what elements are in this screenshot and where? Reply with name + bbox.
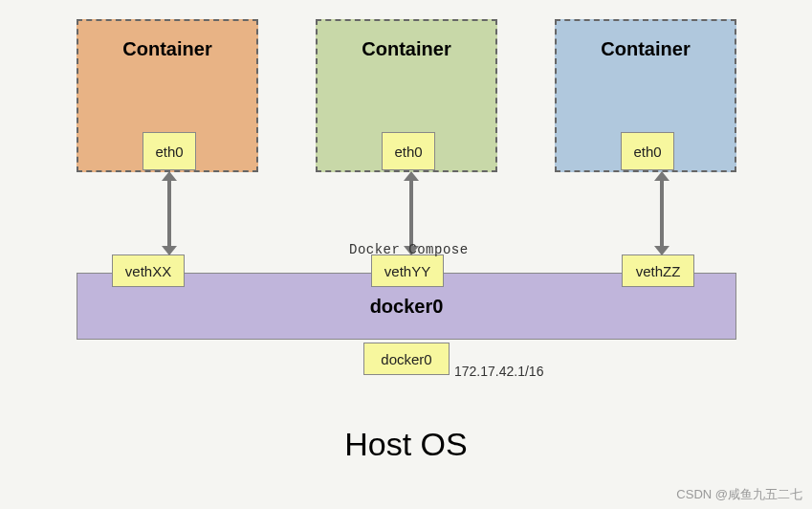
container-3-eth0: eth0 — [621, 132, 674, 170]
container-2-eth0: eth0 — [382, 132, 435, 170]
docker0-ip-label: 172.17.42.1/16 — [454, 364, 543, 379]
vethzz-box: vethZZ — [622, 254, 694, 287]
arrow-container2-vethyy — [409, 180, 413, 247]
watermark: CSDN @咸鱼九五二七 — [676, 486, 802, 503]
container-1: Container eth0 — [77, 19, 258, 172]
vethyy-box: vethYY — [371, 254, 444, 287]
container-2: Container eth0 — [316, 19, 497, 172]
container-1-title: Container — [78, 38, 256, 60]
docker-compose-label: Docker Compose — [349, 242, 469, 257]
host-os-label: Host OS — [0, 426, 812, 463]
container-3-title: Container — [557, 38, 735, 60]
docker0-bridge-box: docker0 — [363, 343, 450, 375]
arrow-container3-vethzz — [660, 180, 664, 247]
container-1-eth0: eth0 — [143, 132, 196, 170]
vethxx-box: vethXX — [112, 254, 185, 287]
container-2-title: Container — [318, 38, 495, 60]
container-3: Container eth0 — [555, 19, 736, 172]
arrow-container1-vethxx — [167, 180, 171, 247]
